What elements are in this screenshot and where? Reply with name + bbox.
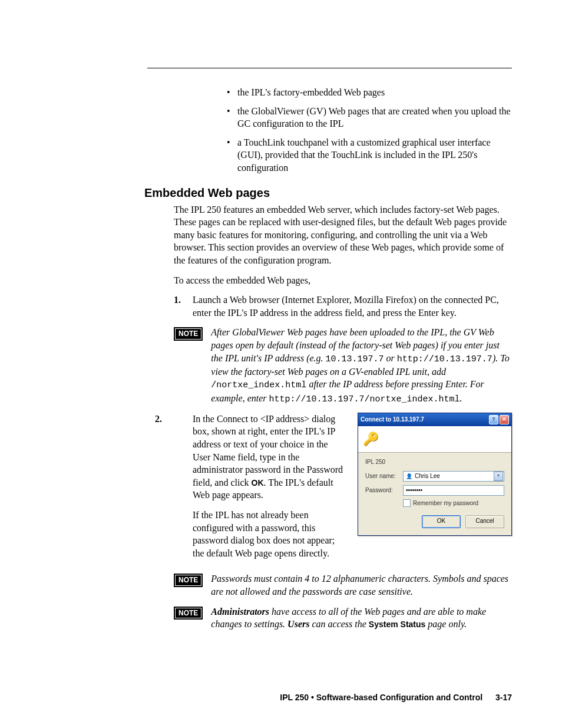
note-3: NOTE Administrators have access to all o… [174,605,512,631]
dialog-form: IPL 250 User name: 👤Chris Lee ▾ Password… [358,453,511,535]
close-icon[interactable]: ✕ [500,415,509,424]
step-2-text: 2.In the Connect to <IP address> dialog … [174,413,346,567]
note-fragment: page only. [425,619,467,629]
top-rule [147,68,512,68]
note-text: Administrators have access to all of the… [211,605,512,631]
username-field[interactable]: 👤Chris Lee ▾ [403,471,504,482]
dialog-banner: 🔑 [358,426,511,453]
keys-icon: 🔑 [363,431,379,447]
step-number: 2. [174,413,193,426]
note-ip: 10.13.197.7 [326,354,384,364]
username-label: User name: [365,473,403,479]
system-status-label: System Status [369,620,425,629]
page-footer: IPL 250 • Software-based Configuration a… [0,693,562,702]
step-number: 1. [174,294,193,319]
password-value: •••••••• [406,487,422,493]
cancel-button[interactable]: Cancel [465,515,504,528]
username-value: Chris Lee [415,473,440,479]
access-line: To access the embedded Web pages, [174,274,512,287]
section-heading: Embedded Web pages [144,186,512,200]
bullet-item: a TouchLink touchpanel with a customized… [227,136,512,174]
note-1: NOTE After GlobalViewer Web pages have b… [174,326,512,406]
help-icon[interactable]: ? [489,415,498,424]
note-ip: http://10.13.197.7 [397,354,492,364]
password-field[interactable]: •••••••• [403,485,504,496]
intro-paragraph: The IPL 250 features an embedded Web ser… [174,203,512,267]
note-text: After GlobalViewer Web pages have been u… [211,326,512,406]
intro-bullets: the IPL's factory-embedded Web pages the… [227,86,512,174]
chevron-down-icon[interactable]: ▾ [494,472,503,481]
note-2: NOTE Passwords must contain 4 to 12 alph… [174,572,512,598]
step-text-a: In the Connect to <IP address> dialog bo… [193,414,343,487]
note-bold: Administrators [211,607,269,617]
password-label: Password: [365,487,403,493]
ok-label: OK [252,478,264,487]
step-text: Launch a Web browser (Internet Explorer,… [193,294,512,319]
note-fragment: or [384,353,397,363]
document-page: the IPL's factory-embedded Web pages the… [0,0,562,728]
dialog-title: Connect to 10.13.197.7 [361,416,424,423]
note-path: http://10.13.197.7/nortxe_index.html [269,394,460,404]
bullet-item: the GlobalViewer (GV) Web pages that are… [227,105,512,130]
ok-button[interactable]: OK [422,515,461,528]
page-number: 3-17 [495,693,512,702]
connect-dialog: Connect to 10.13.197.7 ? ✕ 🔑 IPL 250 Use… [358,413,512,536]
note-bold: Users [287,619,309,629]
note-badge: NOTE [174,574,203,587]
remember-checkbox[interactable] [403,499,411,507]
note-path: /nortxe_index.html [211,380,306,390]
user-icon: 👤 [406,473,412,479]
note-badge: NOTE [174,607,203,620]
footer-text: IPL 250 • Software-based Configuration a… [280,693,482,702]
remember-label: Remember my password [413,500,478,506]
step-2-row: 2.In the Connect to <IP address> dialog … [174,413,512,567]
note-fragment: can access the [309,619,368,629]
dialog-app-label: IPL 250 [365,459,504,465]
step-2-follow: If the IPL has not already been configur… [174,509,346,559]
note-text: Passwords must contain 4 to 12 alphanume… [211,572,512,598]
step-1: 1. Launch a Web browser (Internet Explor… [174,294,512,319]
note-fragment: . [460,393,462,403]
bullet-item: the IPL's factory-embedded Web pages [227,86,512,99]
note-badge: NOTE [174,327,203,340]
dialog-titlebar[interactable]: Connect to 10.13.197.7 ? ✕ [358,413,511,426]
